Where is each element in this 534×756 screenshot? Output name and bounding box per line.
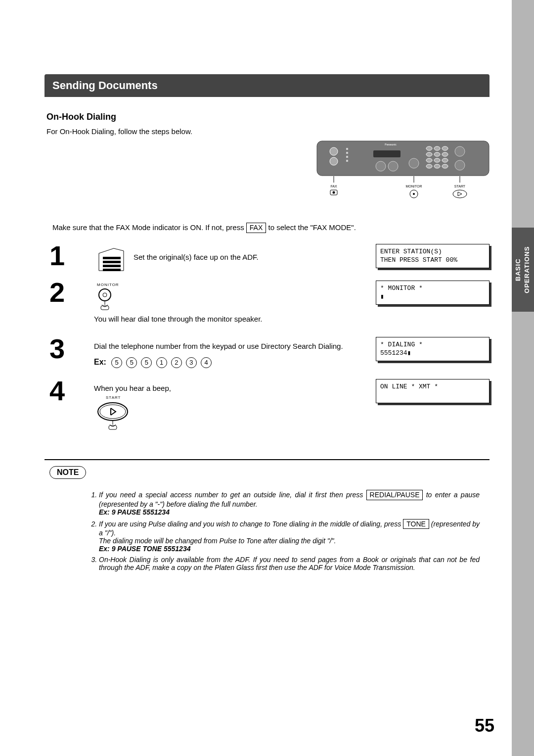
device-panel-illustration: FAX MONITOR START Panasonic [316,141,490,205]
section-tab-line2: OPERATIONS [524,246,531,293]
svg-point-11 [426,146,432,150]
step-3-text: Dial the telephone number from the keypa… [94,342,376,350]
step-3: 3 Dial the telephone number from the key… [49,335,490,368]
note-2-pre: If you are using Pulse dialing and you w… [99,520,403,528]
note-3: On-Hook Dialing is only available from t… [99,556,480,571]
step-2-number: 2 [49,279,94,306]
svg-point-31 [413,193,415,195]
svg-rect-44 [109,425,117,429]
dial-digit: 5 [141,357,152,368]
svg-point-22 [442,164,448,168]
svg-point-23 [455,146,465,156]
page-intro: For On-Hook Dialing, follow the steps be… [46,127,488,136]
pre-step-post: to select the "FAX MODE". [268,223,356,232]
step-3-ex-label: Ex: [94,358,106,366]
svg-point-9 [388,161,398,171]
step-1-number: 1 [49,242,94,270]
section-tab: BASIC OPERATIONS [512,228,534,312]
svg-point-8 [376,161,386,171]
step-4-icon-label: START [106,395,376,400]
step-3-lcd: * DIALING * 5551234▮ [376,337,490,361]
note-2: If you are using Pulse dialing and you w… [99,519,480,553]
svg-rect-34 [103,261,121,263]
svg-point-18 [434,158,440,162]
page-number: 55 [475,715,494,736]
svg-point-14 [426,152,432,156]
svg-point-17 [426,158,432,162]
pre-step-pre: Make sure that the FAX Mode indicator is… [52,223,246,232]
panel-start-label: START [454,185,466,188]
step-3-example: Ex: 5 5 5 1 2 3 4 [94,357,376,368]
svg-point-19 [442,158,448,162]
svg-rect-5 [346,156,348,158]
dial-digit: 4 [201,357,212,368]
dial-digit: 2 [171,357,182,368]
step-4-lcd: ON LINE * XMT * [376,379,490,403]
step-2: 2 MONITOR You will hear dial tone throug… [49,279,490,326]
svg-point-20 [426,164,432,168]
step-1: 1 Set the original(s) face up on the ADF… [49,242,490,270]
svg-point-24 [455,160,465,170]
svg-point-29 [333,191,335,194]
step-4-number: 4 [49,377,94,405]
step-2-icon-label: MONITOR [97,283,376,287]
pre-step-instruction: Make sure that the FAX Mode indicator is… [52,223,488,233]
svg-point-16 [442,152,448,156]
note-2-line2: The dialing mode will be changed from Pu… [99,537,336,545]
panel-monitor-label: MONITOR [406,185,422,188]
note-label: NOTE [49,466,86,479]
fax-key: FAX [246,223,266,233]
note-section: NOTE If you need a special access number… [44,466,490,572]
section-tab-line1: BASIC [514,258,522,281]
note-rule [44,459,490,460]
svg-rect-40 [101,306,109,310]
step-1-lcd: ENTER STATION(S) THEN PRESS START 00% [376,244,490,268]
tone-key: TONE [403,519,429,529]
side-margin [512,0,534,756]
note-1-ex: Ex: 9 PAUSE 5551234 [99,508,170,516]
svg-rect-3 [346,148,348,150]
panel-brand-label: Panasonic [385,143,397,146]
step-3-number: 3 [49,335,94,363]
page-subtitle: On-Hook Dialing [46,112,488,122]
dial-digit: 5 [111,357,122,368]
redial-pause-key: REDIAL/PAUSE [366,490,423,500]
svg-point-37 [99,289,111,301]
note-1-pre: If you need a special access number to g… [99,491,366,499]
svg-point-2 [330,157,338,165]
step-2-text: You will hear dial tone through the moni… [94,315,376,323]
svg-rect-36 [103,269,121,271]
svg-rect-7 [373,150,400,157]
step-4-text: When you hear a beep, [94,384,376,392]
svg-point-32 [453,190,467,198]
svg-point-10 [409,158,419,168]
dial-digit: 1 [156,357,167,368]
note-1: If you need a special access number to g… [99,490,480,516]
svg-point-13 [442,146,448,150]
step-1-text: Set the original(s) face up on the ADF. [134,253,376,261]
panel-fax-label: FAX [330,185,337,188]
svg-rect-35 [103,265,121,267]
step-4: 4 When you hear a beep, START ON LINE * … [49,377,490,434]
svg-rect-33 [103,257,121,259]
svg-point-1 [330,147,338,155]
svg-rect-4 [346,152,348,154]
svg-rect-6 [346,160,348,162]
monitor-button-icon [94,287,376,312]
dial-digit: 5 [126,357,137,368]
svg-point-41 [98,403,128,421]
page-title: Sending Documents [44,74,490,97]
dial-digit: 3 [186,357,197,368]
svg-rect-0 [317,141,489,176]
note-2-ex: Ex: 9 PAUSE TONE 5551234 [99,545,190,553]
svg-point-15 [434,152,440,156]
step-2-lcd: * MONITOR * ▮ [376,281,490,305]
svg-point-12 [434,146,440,150]
svg-point-21 [434,164,440,168]
start-button-icon [94,400,376,434]
